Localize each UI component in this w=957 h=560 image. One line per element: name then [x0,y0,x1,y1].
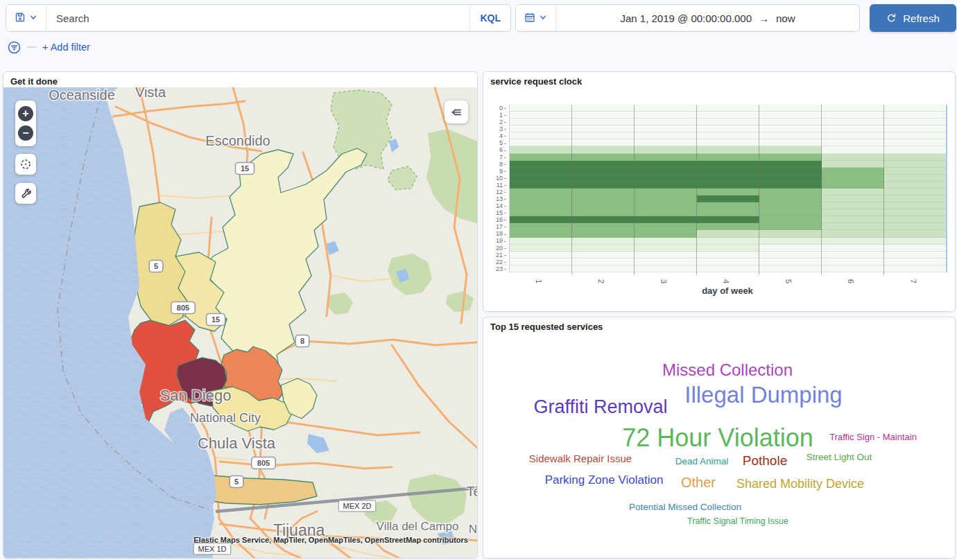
date-end[interactable]: now [776,12,795,24]
kql-button[interactable]: KQL [469,5,510,31]
heatmap-cell[interactable] [884,245,947,252]
heatmap-cell[interactable] [697,223,759,230]
heatmap-cell[interactable] [822,105,884,112]
heatmap-cell[interactable] [884,132,947,139]
heatmap-cell[interactable] [635,139,697,146]
heatmap-cell[interactable] [510,182,572,189]
heatmap-cell[interactable] [822,119,884,125]
heatmap-cell[interactable] [572,245,635,252]
heatmap-cell[interactable] [510,265,572,272]
tag-cloud-item[interactable]: Missed Collection [662,360,793,380]
heatmap-cell[interactable] [884,154,947,161]
heatmap-cell[interactable] [510,139,572,146]
tag-cloud-item[interactable]: Traffic Sign - Maintain [829,432,917,442]
heatmap-cell[interactable] [697,238,759,245]
heatmap-cell[interactable] [510,112,572,119]
heatmap-cell[interactable] [572,252,635,259]
heatmap-cell[interactable] [572,189,635,195]
heatmap-cell[interactable] [635,119,697,125]
heatmap-cell[interactable] [572,154,635,161]
heatmap-cell[interactable] [822,202,884,209]
heatmap-cell[interactable] [510,175,572,182]
heatmap-cell[interactable] [759,230,822,237]
heatmap-cell[interactable] [510,202,572,209]
heatmap-cell[interactable] [884,216,947,223]
heatmap-cell[interactable] [635,209,697,216]
heatmap-cell[interactable] [822,189,884,195]
date-range-display[interactable]: Jan 1, 2019 @ 00:00:00.000 → now [556,5,859,31]
heatmap-cell[interactable] [884,168,947,175]
tag-cloud-item[interactable]: Potential Missed Collection [629,502,741,512]
heatmap-cell[interactable] [759,161,822,168]
tag-cloud-item[interactable]: Street Light Out [807,452,872,462]
date-start[interactable]: Jan 1, 2019 @ 00:00:00.000 [620,12,752,24]
map-tools-button[interactable] [15,183,36,204]
heatmap-cell[interactable] [822,252,884,259]
heatmap-cell[interactable] [572,259,635,265]
heatmap-cell[interactable] [697,168,759,175]
heatmap-cell[interactable] [759,132,822,139]
heatmap-cell[interactable] [635,125,697,132]
heatmap-cell[interactable] [572,209,635,216]
heatmap-cell[interactable] [759,182,822,189]
heatmap-cell[interactable] [759,112,822,119]
heatmap-cell[interactable] [822,161,884,168]
heatmap-cell[interactable] [884,125,947,132]
heatmap-cell[interactable] [759,189,822,195]
heatmap-cell[interactable] [759,216,822,223]
heatmap-cell[interactable] [510,168,572,175]
heatmap-cell[interactable] [822,168,884,175]
heatmap-cell[interactable] [697,146,759,153]
tag-cloud-item[interactable]: Pothole [743,453,787,469]
heatmap-cell[interactable] [822,265,884,272]
heatmap-cell[interactable] [572,105,635,112]
heatmap-cell[interactable] [697,112,759,119]
heatmap-cell[interactable] [759,238,822,245]
heatmap-cell[interactable] [884,230,947,237]
heatmap-cell[interactable] [697,209,759,216]
heatmap-cell[interactable] [572,168,635,175]
heatmap-cell[interactable] [635,259,697,265]
heatmap-cell[interactable] [697,139,759,146]
heatmap-cell[interactable] [510,189,572,195]
heatmap-cell[interactable] [822,259,884,265]
heatmap-cell[interactable] [822,238,884,245]
heatmap-cell[interactable] [572,112,635,119]
heatmap-cell[interactable] [884,189,947,195]
heatmap-cell[interactable] [572,182,635,189]
heatmap-cell[interactable] [572,195,635,202]
heatmap-cell[interactable] [510,209,572,216]
tag-cloud-item[interactable]: Shared Mobility Device [736,477,864,491]
heatmap-cell[interactable] [697,119,759,125]
heatmap-cell[interactable] [635,154,697,161]
heatmap-cell[interactable] [635,189,697,195]
heatmap-cell[interactable] [759,195,822,202]
heatmap-cell[interactable] [510,146,572,153]
heatmap-cell[interactable] [884,139,947,146]
tag-cloud-item[interactable]: Sidewalk Repair Issue [529,453,632,464]
heatmap-cell[interactable] [884,195,947,202]
heatmap-cell[interactable] [635,195,697,202]
heatmap-cell[interactable] [697,189,759,195]
heatmap-cell[interactable] [697,195,759,202]
heatmap-cell[interactable] [635,252,697,259]
heatmap-cell[interactable] [697,154,759,161]
heatmap-cell[interactable] [759,146,822,153]
heatmap-cell[interactable] [572,125,635,132]
heatmap-cell[interactable] [510,125,572,132]
heatmap-cell[interactable] [759,139,822,146]
heatmap-cell[interactable] [759,105,822,112]
heatmap-cell[interactable] [822,146,884,153]
heatmap-grid[interactable] [509,105,947,272]
refresh-button[interactable]: Refresh [870,4,956,32]
map-canvas[interactable]: OceansideVistaEscondidoSan DiegoNational… [3,87,477,558]
fit-bounds-button[interactable] [15,154,36,175]
heatmap-cell[interactable] [697,105,759,112]
heatmap-cell[interactable] [510,216,572,223]
heatmap-cell[interactable] [884,146,947,153]
tag-cloud-item[interactable]: Graffiti Removal [533,396,667,418]
heatmap-cell[interactable] [697,132,759,139]
tag-cloud-item[interactable]: Other [681,475,716,491]
heatmap-cell[interactable] [884,209,947,216]
saved-query-button[interactable] [6,5,46,31]
